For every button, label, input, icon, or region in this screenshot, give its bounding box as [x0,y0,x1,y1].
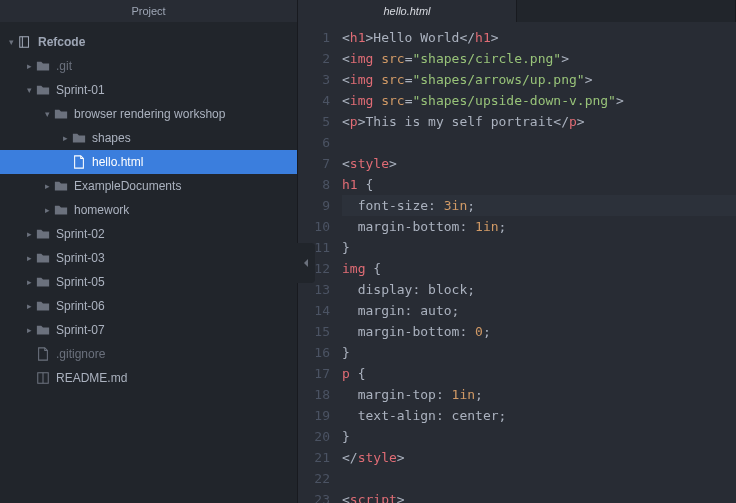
line-number: 19 [298,405,330,426]
tree-item-Sprint-01[interactable]: ▾Sprint-01 [0,78,297,102]
chevron-right-icon[interactable]: ▸ [60,133,70,143]
tab-empty[interactable] [517,0,736,22]
tree-item-shapes[interactable]: ▸shapes [0,126,297,150]
tree-item--gitignore[interactable]: .gitignore [0,342,297,366]
folder-icon [54,203,68,217]
folder-icon [72,131,86,145]
folder-icon [36,323,50,337]
tree-item-label: .git [56,59,72,73]
folder-icon [36,299,50,313]
code-line[interactable]: img { [342,258,736,279]
code-line[interactable]: margin-bottom: 0; [342,321,736,342]
chevron-down-icon[interactable]: ▾ [24,85,34,95]
code-line[interactable]: </style> [342,447,736,468]
tree-item-label: homework [74,203,129,217]
folder-icon [54,107,68,121]
code-line[interactable]: h1 { [342,174,736,195]
chevron-right-icon[interactable]: ▸ [24,253,34,263]
code-line[interactable]: <script> [342,489,736,503]
line-number: 5 [298,111,330,132]
svg-rect-0 [20,37,29,48]
line-number: 17 [298,363,330,384]
line-number: 15 [298,321,330,342]
tab-bar: hello.html [298,0,736,22]
tree-item-README-md[interactable]: README.md [0,366,297,390]
folder-icon [36,59,50,73]
folder-icon [36,251,50,265]
chevron-down-icon[interactable]: ▾ [42,109,52,119]
chevron-right-icon[interactable]: ▸ [42,181,52,191]
line-number: 8 [298,174,330,195]
tree-item-Sprint-05[interactable]: ▸Sprint-05 [0,270,297,294]
tree-item-label: Sprint-05 [56,275,105,289]
line-number: 4 [298,90,330,111]
chevron-right-icon[interactable]: ▸ [24,301,34,311]
chevron-right-icon[interactable]: ▸ [42,205,52,215]
tree-item--git[interactable]: ▸.git [0,54,297,78]
tree-item-Sprint-07[interactable]: ▸Sprint-07 [0,318,297,342]
code-line[interactable]: display: block; [342,279,736,300]
chevron-right-icon[interactable]: ▸ [24,325,34,335]
code-line[interactable]: margin-top: 1in; [342,384,736,405]
line-number: 6 [298,132,330,153]
line-number: 14 [298,300,330,321]
editor[interactable]: 1234567891011121314151617181920212223 <h… [298,22,736,503]
chevron-right-icon[interactable]: ▸ [24,229,34,239]
tree-item-Sprint-03[interactable]: ▸Sprint-03 [0,246,297,270]
tree-item-label: ExampleDocuments [74,179,181,193]
code-area[interactable]: <h1>Hello World</h1><img src="shapes/cir… [342,22,736,503]
tree-item-Sprint-02[interactable]: ▸Sprint-02 [0,222,297,246]
tree-item-label: hello.html [92,155,143,169]
code-line[interactable]: font-size: 3in; [342,195,736,216]
tree-item-hello-html[interactable]: hello.html [0,150,297,174]
folder-icon [36,83,50,97]
tree-item-label: README.md [56,371,127,385]
line-number: 18 [298,384,330,405]
folder-icon [54,179,68,193]
line-number: 10 [298,216,330,237]
tree-item-Sprint-06[interactable]: ▸Sprint-06 [0,294,297,318]
code-line[interactable]: <style> [342,153,736,174]
chevron-right-icon[interactable]: ▸ [24,277,34,287]
book-icon [36,371,50,385]
tab-hello-html[interactable]: hello.html [298,0,517,22]
line-number: 20 [298,426,330,447]
code-line[interactable] [342,132,736,153]
repo-icon [18,35,32,49]
code-line[interactable]: <p>This is my self portrait</p> [342,111,736,132]
code-line[interactable]: } [342,342,736,363]
code-line[interactable]: <img src="shapes/circle.png"> [342,48,736,69]
line-number: 1 [298,27,330,48]
code-line[interactable]: } [342,237,736,258]
code-line[interactable]: <img src="shapes/arrows/up.png"> [342,69,736,90]
project-tree[interactable]: ▾ Refcode ▸.git▾Sprint-01▾browser render… [0,22,298,503]
chevron-right-icon[interactable]: ▸ [24,61,34,71]
tree-item-browser-rendering-workshop[interactable]: ▾browser rendering workshop [0,102,297,126]
project-header: Project [0,0,298,22]
line-number: 23 [298,489,330,503]
code-line[interactable]: p { [342,363,736,384]
line-number: 21 [298,447,330,468]
file-icon [72,155,86,169]
panel-collapse-handle[interactable] [297,243,315,283]
tree-root[interactable]: ▾ Refcode [0,30,297,54]
code-line[interactable] [342,468,736,489]
code-line[interactable]: <img src="shapes/upside-down-v.png"> [342,90,736,111]
code-line[interactable]: <h1>Hello World</h1> [342,27,736,48]
tree-item-ExampleDocuments[interactable]: ▸ExampleDocuments [0,174,297,198]
tree-item-label: Sprint-06 [56,299,105,313]
tree-item-label: browser rendering workshop [74,107,225,121]
tree-item-label: Sprint-02 [56,227,105,241]
code-line[interactable]: text-align: center; [342,405,736,426]
chevron-down-icon[interactable]: ▾ [6,37,16,47]
code-line[interactable]: margin-bottom: 1in; [342,216,736,237]
code-line[interactable]: margin: auto; [342,300,736,321]
tree-item-label: Sprint-03 [56,251,105,265]
line-number: 2 [298,48,330,69]
tree-item-homework[interactable]: ▸homework [0,198,297,222]
line-number: 16 [298,342,330,363]
line-number: 22 [298,468,330,489]
line-number: 9 [298,195,330,216]
code-line[interactable]: } [342,426,736,447]
tree-item-label: shapes [92,131,131,145]
